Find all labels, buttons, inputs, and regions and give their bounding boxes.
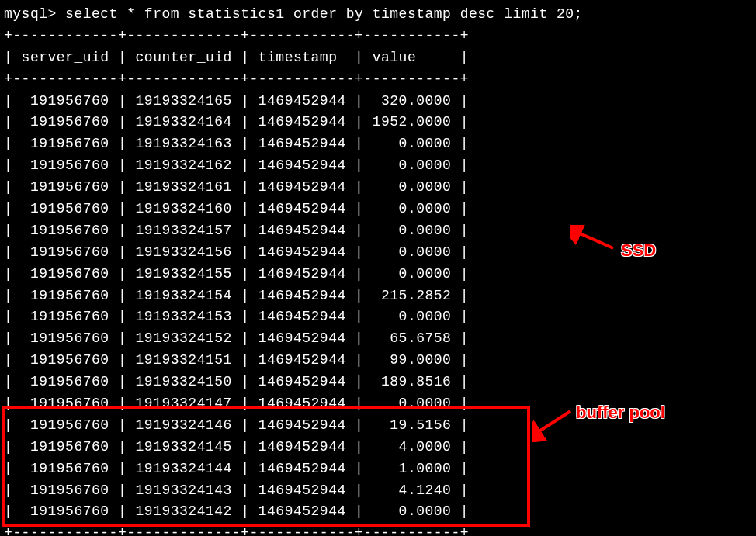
terminal-output: mysql> select * from statistics1 order b… — [4, 4, 756, 536]
annotation-ssd-label: SSD — [621, 237, 656, 264]
table-row: | 191956760 | 19193324142 | 1469452944 |… — [4, 501, 756, 523]
table-row: | 191956760 | 19193324144 | 1469452944 |… — [4, 458, 756, 480]
table-row: | 191956760 | 19193324165 | 1469452944 |… — [4, 91, 756, 112]
sql-query: mysql> select * from statistics1 order b… — [4, 4, 756, 26]
table-body: | 191956760 | 19193324165 | 1469452944 |… — [4, 91, 756, 524]
annotation-bufferpool-label: buffer pool — [576, 399, 665, 426]
table-top-border: +------------+-------------+------------… — [4, 26, 756, 47]
table-row: | 191956760 | 19193324150 | 1469452944 |… — [4, 372, 756, 393]
table-row: | 191956760 | 19193324154 | 1469452944 |… — [4, 285, 756, 307]
table-row: | 191956760 | 19193324164 | 1469452944 |… — [4, 112, 756, 133]
table-row: | 191956760 | 19193324145 | 1469452944 |… — [4, 437, 756, 458]
table-row: | 191956760 | 19193324153 | 1469452944 |… — [4, 306, 756, 328]
table-row: | 191956760 | 19193324155 | 1469452944 |… — [4, 264, 756, 285]
table-header: | server_uid | counter_uid | timestamp |… — [4, 47, 756, 69]
table-row: | 191956760 | 19193324160 | 1469452944 |… — [4, 199, 756, 220]
table-row: | 191956760 | 19193324151 | 1469452944 |… — [4, 350, 756, 372]
table-row: | 191956760 | 19193324163 | 1469452944 |… — [4, 133, 756, 155]
table-row: | 191956760 | 19193324143 | 1469452944 |… — [4, 480, 756, 502]
table-row: | 191956760 | 19193324162 | 1469452944 |… — [4, 155, 756, 177]
table-bottom-border: +------------+-------------+------------… — [4, 523, 756, 536]
table-row: | 191956760 | 19193324161 | 1469452944 |… — [4, 177, 756, 199]
table-row: | 191956760 | 19193324152 | 1469452944 |… — [4, 328, 756, 350]
table-mid-border: +------------+-------------+------------… — [4, 69, 756, 91]
